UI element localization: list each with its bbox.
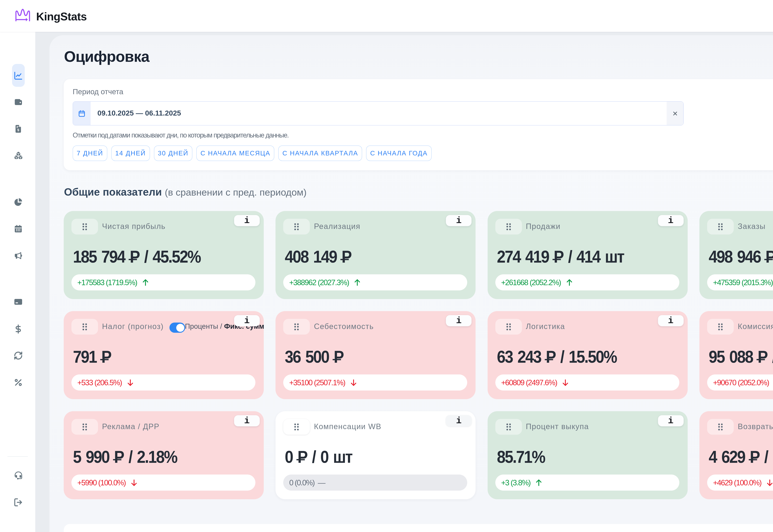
- svg-text:$: $: [17, 128, 19, 132]
